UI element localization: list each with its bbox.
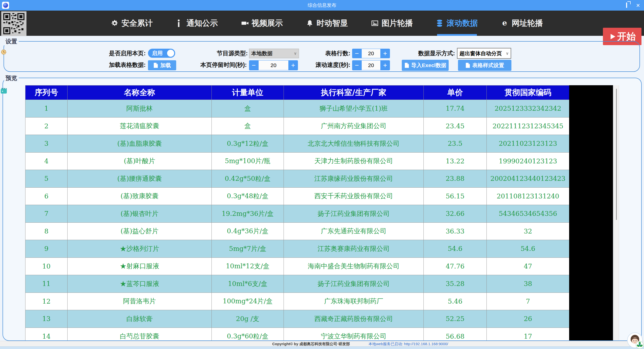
enable-page-label: 是否启用本页: [83, 48, 146, 58]
speed-minus-button[interactable]: − [352, 60, 362, 70]
table-cell: 0.42g*50粒/盒 [212, 170, 284, 188]
info-icon [176, 19, 183, 27]
table-cell: 1 [25, 100, 68, 118]
rows-value[interactable]: 20 [362, 49, 380, 58]
table-cell: 23.45 [424, 117, 487, 135]
table-cell: 阿斯批林 [68, 100, 212, 118]
import-excel-button[interactable]: 导入Execl数据 [402, 60, 449, 71]
table-rows-label: 表格行数: [297, 48, 350, 58]
table-cell: 56.15 [424, 187, 487, 205]
toggle-on-label: 启用 [152, 50, 163, 57]
table-cell: 5mg*100片/瓶 [212, 152, 284, 170]
table-cell: 17.74 [424, 100, 487, 118]
source-type-label: 节目源类型: [187, 48, 248, 58]
table-cell: 0.3g*48粒/盒 [212, 187, 284, 205]
toggle-knob [167, 50, 174, 57]
table-cell: 54346534654356 [487, 205, 569, 223]
source-type-select[interactable]: 本地数据 ∨ [249, 49, 299, 58]
table-cell: 扬子江药业集团有限公司 [284, 275, 424, 293]
nav-tab-5[interactable]: 滚动数据 [436, 11, 478, 36]
table-cell: 47.76 [424, 257, 487, 275]
table-cell: (基)叶酸片 [68, 152, 212, 170]
table-row: 1阿斯批林盒狮子山希望小学五(1)班17.742025123332342342 [25, 100, 569, 118]
preview-legend: 预览 [4, 74, 19, 82]
table-cell: (基)致康胶囊 [68, 187, 212, 205]
table-cell: 32.66 [424, 205, 487, 223]
table-cell: 13 [25, 310, 68, 328]
column-header: 序列号 [25, 85, 68, 100]
nav-tab-label: 滚动数据 [447, 18, 478, 28]
display-mode-select[interactable]: 超出窗体自动分页 ∨ [457, 48, 511, 59]
table-style-label: 表格样式设置 [472, 62, 504, 69]
nav-tab-4[interactable]: 图片轮播 [371, 11, 413, 36]
table-cell: 5 [25, 170, 68, 188]
nav-tab-2[interactable]: 视频展示 [241, 11, 283, 36]
column-header: 名称全称 [68, 85, 212, 100]
table-cell: 7 [25, 205, 68, 223]
table-row: 14白芍总苷胶囊0.3g*60粒/盒宁波立华制药有限公司56.6817 [25, 328, 569, 341]
table-cell: 5.46 [424, 293, 487, 310]
stay-minus-button[interactable]: − [249, 60, 259, 70]
column-header: 计量单位 [212, 85, 284, 100]
table-row: 8(基)益心舒片0.4g*36片/盒广东先通药业有限公司36.3332 [25, 222, 569, 240]
window-controls: × [617, 0, 640, 11]
table-cell: 56.68 [424, 328, 487, 341]
table-cell: 阿昔洛韦片 [68, 293, 212, 310]
nav-tab-6[interactable]: e网址轮播 [501, 11, 543, 36]
chevron-down-icon: ∨ [294, 51, 297, 56]
chevron-down-icon: ∨ [506, 51, 509, 56]
table-cell: 19.2mg*36片/盒 [212, 205, 284, 223]
nav-tab-1[interactable]: 通知公示 [176, 11, 218, 36]
table-cell: 白芍总苷胶囊 [68, 328, 212, 341]
settings-legend: 设置 [4, 38, 19, 45]
nav-tab-label: 网址轮播 [512, 18, 543, 28]
corner-logo [636, 341, 644, 349]
web-service-status-link[interactable]: 本地web服务已启动: http://192.168.1.168:9000/ [369, 342, 448, 346]
table-cell: 10ml*6支/盒 [212, 275, 284, 293]
document-icon [153, 63, 158, 68]
bell-icon [306, 19, 314, 27]
restore-icon[interactable] [626, 3, 627, 8]
rows-plus-button[interactable]: + [380, 49, 390, 58]
table-cell: 莲花清瘟胶囊 [68, 117, 212, 135]
load-button-label: 加载 [160, 62, 171, 69]
play-icon [609, 33, 616, 40]
speed-value[interactable]: 20 [362, 60, 380, 70]
table-cell: 17 [487, 328, 569, 341]
table-cell: 4 [25, 152, 68, 170]
app-icon [2, 2, 9, 9]
table-cell: 201108123131240 [487, 187, 569, 205]
table-cell: ★蓝芩口服液 [68, 275, 212, 293]
load-button[interactable]: 加载 [148, 60, 176, 70]
import-excel-label: 导入Execl数据 [411, 62, 446, 69]
table-row: 7(基)银杏叶片19.2mg*36片/盒扬子江药业集团有限公司32.665434… [25, 205, 569, 223]
svg-text:e: e [502, 19, 507, 27]
table-cell: 扬子江药业集团有限公司 [284, 205, 424, 223]
clock-icon [1, 49, 6, 55]
scrollbar-thumb[interactable] [616, 89, 617, 220]
table-empty-black-area [569, 85, 613, 340]
close-icon[interactable]: × [636, 0, 640, 11]
enable-page-toggle[interactable]: 启用 [148, 49, 175, 58]
table-style-button[interactable]: 表格样式设置 [458, 60, 511, 71]
table-row: 2莲花清瘟胶囊盒广州南方药业集团公司23.4520221112312345345 [25, 117, 569, 135]
nav-tab-3[interactable]: 时动智显 [306, 11, 348, 36]
vertical-scrollbar[interactable] [614, 85, 619, 340]
rows-minus-button[interactable]: − [352, 49, 362, 58]
table-row: 6(基)致康胶囊0.3g*48粒/盒西安千禾药业股份有限公司56.1520110… [25, 187, 569, 205]
media-clapper-icon [1, 88, 7, 94]
source-type-value: 本地数据 [251, 50, 272, 57]
speed-plus-button[interactable]: + [380, 60, 390, 70]
table-cell: 宁波立华制药有限公司 [284, 328, 424, 341]
nav-tab-0[interactable]: 安全累计 [111, 11, 153, 36]
table-cell: 北京北大维信生物科技有限公司 [284, 135, 424, 153]
table-cell: 20211023123123 [487, 135, 569, 153]
copyright-text: Copyright© by 成都奥芯科技有限公司·研发部 [272, 342, 350, 346]
table-row: 3(基)血脂康胶囊0.3g*12粒/盒北京北大维信生物科技有限公司23.5202… [25, 135, 569, 153]
stay-plus-button[interactable]: + [288, 60, 298, 70]
start-button-label: 开始 [617, 30, 636, 43]
table-cell: 47 [487, 257, 569, 275]
stay-value[interactable]: 20 [259, 60, 288, 70]
table-cell: 江苏康缘药业股份有限公司 [284, 170, 424, 188]
scroll-speed-label: 滚动速度(秒): [297, 60, 350, 70]
